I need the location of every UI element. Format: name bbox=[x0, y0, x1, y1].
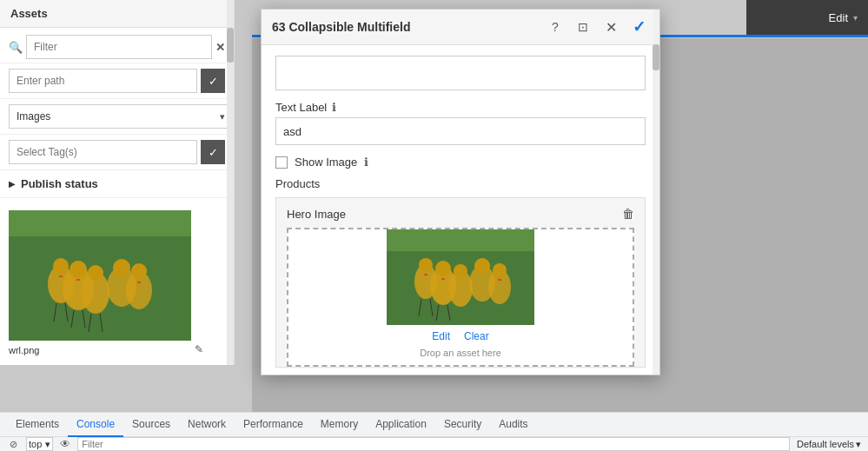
assets-scrollbar[interactable] bbox=[227, 0, 234, 365]
products-section-label: Products bbox=[275, 177, 646, 190]
modal-confirm-button[interactable]: ✓ bbox=[628, 17, 649, 37]
hero-image-edit-button[interactable]: Edit bbox=[428, 330, 454, 342]
devtools-tab-memory[interactable]: Memory bbox=[312, 413, 367, 437]
drop-hint-label: Drop an asset here bbox=[420, 344, 501, 365]
svg-point-9 bbox=[113, 259, 130, 276]
modal-close-button[interactable]: ✕ bbox=[600, 17, 621, 37]
modal-fullscreen-button[interactable]: ⊡ bbox=[573, 17, 593, 37]
devtools-levels-dropdown[interactable]: Default levels ▾ bbox=[797, 439, 861, 450]
filter-input[interactable] bbox=[26, 35, 212, 59]
tags-row: ✓ bbox=[0, 135, 234, 170]
devtools-context-select[interactable]: top ▾ bbox=[26, 437, 53, 451]
filter-row: 🔍 ✕ bbox=[0, 28, 234, 63]
hero-image-actions: Edit Clear bbox=[428, 325, 492, 344]
svg-point-31 bbox=[474, 258, 490, 274]
hero-image-header: Hero Image 🗑 bbox=[287, 207, 634, 221]
tags-input[interactable] bbox=[9, 140, 197, 164]
hero-image-card: Hero Image 🗑 bbox=[275, 197, 646, 368]
show-image-label: Show Image bbox=[295, 156, 357, 169]
devtools-tab-network[interactable]: Network bbox=[179, 413, 235, 437]
modal-overlay: 63 Collapsible Multifield ? ⊡ ✕ ✓ Text L… bbox=[252, 0, 868, 416]
text-label-input[interactable] bbox=[275, 117, 646, 145]
devtools-bottom-bar: ⊘ top ▾ 👁 Default levels ▾ bbox=[0, 437, 868, 451]
devtools-no-errors-icon[interactable]: ⊘ bbox=[7, 438, 19, 450]
hero-image-drop-area[interactable]: Edit Clear Drop an asset here bbox=[287, 228, 634, 367]
filter-search-icon: 🔍 bbox=[9, 41, 23, 54]
assets-title: Assets bbox=[10, 7, 48, 20]
top-text-area[interactable] bbox=[275, 56, 646, 90]
svg-point-7 bbox=[53, 258, 69, 274]
svg-point-28 bbox=[435, 261, 451, 276]
devtools-filter-input[interactable] bbox=[77, 437, 790, 451]
path-input[interactable] bbox=[9, 69, 197, 93]
publish-status-row[interactable]: ▶ Publish status bbox=[0, 170, 234, 198]
devtools-tabs: Elements Console Sources Network Perform… bbox=[0, 413, 868, 437]
devtools-tab-security[interactable]: Security bbox=[435, 413, 490, 437]
hero-image-title: Hero Image bbox=[287, 208, 346, 221]
publish-status-chevron-icon: ▶ bbox=[9, 179, 16, 189]
svg-point-32 bbox=[493, 263, 507, 277]
modal-body: Text Label ℹ Show Image ℹ Products Hero … bbox=[262, 45, 659, 375]
modal-title: 63 Collapsible Multifield bbox=[272, 20, 538, 34]
assets-header: Assets bbox=[0, 0, 234, 28]
svg-rect-22 bbox=[387, 229, 534, 251]
svg-point-10 bbox=[131, 263, 147, 279]
devtools-context-chevron-icon: ▾ bbox=[45, 439, 50, 450]
modal-help-button[interactable]: ? bbox=[545, 17, 566, 37]
assets-panel: Assets 🔍 ✕ ✓ Images ▾ ✓ ▶ Publish status bbox=[0, 0, 235, 365]
svg-rect-14 bbox=[9, 210, 191, 236]
devtools-context-value: top bbox=[29, 439, 42, 449]
devtools-tab-sources[interactable]: Sources bbox=[123, 413, 179, 437]
text-label-row: Text Label ℹ bbox=[275, 101, 646, 114]
hero-image-clear-button[interactable]: Clear bbox=[461, 330, 493, 342]
asset-edit-icon[interactable]: ✎ bbox=[195, 343, 203, 355]
hero-image-thumbnail bbox=[387, 229, 534, 325]
filter-clear-icon[interactable]: ✕ bbox=[215, 41, 225, 54]
devtools-bar: Elements Console Sources Network Perform… bbox=[0, 412, 868, 451]
devtools-tab-console[interactable]: Console bbox=[68, 413, 123, 437]
svg-point-8 bbox=[88, 265, 103, 281]
asset-thumbnail[interactable] bbox=[9, 210, 191, 341]
assets-scrollbar-thumb bbox=[227, 28, 234, 63]
svg-point-6 bbox=[70, 261, 87, 278]
tags-confirm-button[interactable]: ✓ bbox=[201, 140, 225, 164]
devtools-eye-icon[interactable]: 👁 bbox=[60, 438, 70, 450]
text-label-field-label: Text Label bbox=[275, 101, 327, 114]
images-select[interactable]: Images bbox=[9, 104, 234, 129]
svg-point-30 bbox=[454, 264, 467, 278]
assets-image-area: wrl.png ✎ bbox=[0, 202, 219, 362]
devtools-levels-label: Default levels bbox=[797, 439, 854, 449]
images-row: Images ▾ bbox=[0, 99, 234, 135]
asset-filename-label: wrl.png bbox=[9, 345, 39, 355]
show-image-checkbox[interactable] bbox=[275, 156, 288, 169]
modal-header: 63 Collapsible Multifield ? ⊡ ✕ ✓ bbox=[262, 10, 659, 45]
show-image-info-icon[interactable]: ℹ bbox=[364, 156, 368, 169]
devtools-tab-audits[interactable]: Audits bbox=[490, 413, 536, 437]
modal-scrollbar[interactable] bbox=[653, 10, 659, 375]
devtools-tab-application[interactable]: Application bbox=[367, 413, 435, 437]
devtools-tab-elements[interactable]: Elements bbox=[7, 413, 68, 437]
svg-point-29 bbox=[419, 258, 433, 272]
devtools-tab-performance[interactable]: Performance bbox=[235, 413, 312, 437]
show-image-row: Show Image ℹ bbox=[275, 156, 646, 169]
path-row: ✓ bbox=[0, 63, 234, 99]
text-label-info-icon[interactable]: ℹ bbox=[332, 101, 336, 114]
hero-image-delete-button[interactable]: 🗑 bbox=[622, 207, 634, 221]
path-confirm-button[interactable]: ✓ bbox=[201, 69, 225, 93]
modal-scrollbar-thumb bbox=[653, 44, 659, 70]
publish-status-label: Publish status bbox=[21, 177, 98, 190]
modal-dialog: 63 Collapsible Multifield ? ⊡ ✕ ✓ Text L… bbox=[261, 9, 660, 375]
devtools-levels-chevron-icon: ▾ bbox=[856, 439, 861, 450]
